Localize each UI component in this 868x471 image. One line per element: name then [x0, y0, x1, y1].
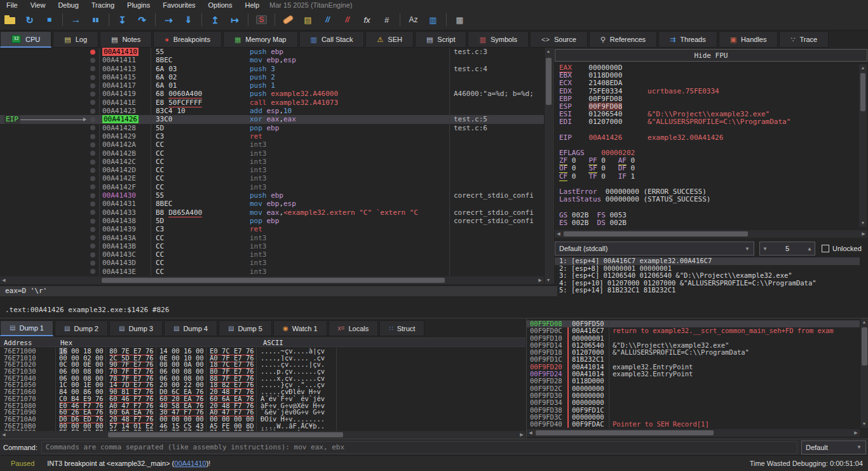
scrollbar-thumb[interactable] [862, 327, 867, 365]
tab-threads[interactable]: ⇉Threads [658, 31, 717, 48]
profile-dropdown[interactable]: Default ▼ [801, 440, 866, 454]
breakpoint-dot-icon[interactable] [90, 58, 95, 63]
disasm-row[interactable]: 00A41439C3ret [0, 225, 544, 233]
registers-vertical-scrollbar[interactable]: ▲ ▼ [859, 64, 867, 227]
breakpoint-dot-icon[interactable] [90, 66, 95, 71]
disasm-row[interactable]: 00A4143ACCint3 [0, 234, 544, 242]
disassembly-view[interactable]: 00A4141055push ebptest.c:300A414118BECmo… [0, 48, 544, 276]
disasm-row[interactable]: 00A4142FCCint3 [0, 183, 544, 191]
breakpoint-dot-icon[interactable] [90, 92, 95, 97]
breakpoint-dot-icon[interactable] [90, 168, 95, 173]
register-list[interactable]: EAX 0000000DEBX 0118D000ECX 21408EDAEDX … [559, 64, 851, 227]
breakpoint-dot-icon[interactable] [90, 201, 95, 207]
scrollbar-thumb[interactable] [564, 231, 748, 236]
registers-horizontal-scrollbar[interactable]: ◀ ▶ [555, 230, 867, 238]
hide-fpu-button[interactable]: Hide FPU [555, 49, 867, 62]
breakpoint-dot-icon[interactable] [90, 83, 95, 88]
dump-row[interactable]: 76E71070C0 B4 E9 7660 46 F7 7660 20 EA 7… [0, 395, 526, 402]
disasm-row[interactable]: 00A4143055push ebpcorecrt_stdio_confi [0, 191, 544, 200]
disasm-row[interactable]: 00A414318BECmov ebp,esp [0, 200, 544, 208]
disasm-row[interactable]: 00A41419680060A400push example32.A46000A… [0, 90, 544, 98]
mnemonic-help-icon[interactable]: # [377, 11, 397, 28]
stack-row[interactable]: 00F9FD0C00A416C7return to example32.__sc… [527, 327, 860, 334]
tab-dump-3[interactable]: ▤Dump 3 [109, 320, 163, 336]
comments-icon[interactable]: ▤ [298, 11, 318, 28]
disasm-row[interactable]: 00A4143CCCint3 [0, 250, 544, 259]
scroll-right-arrow-icon[interactable]: ▶ [852, 429, 860, 437]
breakpoint-dot-icon[interactable] [90, 193, 95, 198]
breakpoint-dot-icon[interactable] [90, 109, 95, 114]
menu-favourites[interactable]: Favourites [156, 1, 201, 9]
stack-argument-row[interactable]: 2: [esp+8] 00000001 00000001 [555, 265, 860, 273]
tab-handles[interactable]: ▣Handles [719, 31, 778, 48]
scrollbar-thumb[interactable] [102, 278, 445, 283]
menu-options[interactable]: Options [202, 1, 239, 9]
disasm-row[interactable]: 00A4143BCCint3 [0, 242, 544, 250]
disasm-row[interactable]: 00A4142DCCint3 [0, 166, 544, 174]
scrollbar-thumb[interactable] [860, 73, 865, 111]
breakpoint-dot-icon[interactable] [90, 176, 95, 181]
scrollbar-thumb[interactable] [108, 432, 343, 437]
stack-argument-row[interactable]: 1: [esp+4] 00A416C7 example32.00A416C7 [555, 257, 860, 265]
stack-argument-row[interactable]: 4: [esp+10] 01207000 01207000 &"ALLUSERS… [555, 280, 860, 287]
disasm-row[interactable]: 00A414156A02push 2 [0, 73, 544, 81]
breakpoint-dot-icon[interactable] [90, 125, 95, 130]
tab-symbols[interactable]: ▥Symbols [468, 31, 529, 48]
step-into-icon[interactable]: ↧ [112, 11, 132, 28]
disasm-row[interactable]: 00A4142CCCint3 [0, 158, 544, 166]
tab-dump-1[interactable]: ▤Dump 1 [0, 320, 53, 336]
breakpoint-dot-icon[interactable] [90, 160, 95, 165]
tab-watch-1[interactable]: ◉Watch 1 [273, 320, 327, 336]
disasm-row[interactable]: 00A4141EE850FCFFFFcall example32.A41073 [0, 99, 544, 107]
pause-icon[interactable]: ▮▮ [86, 11, 105, 28]
disasm-row[interactable]: 00A4141055push ebptest.c:3 [0, 48, 544, 56]
tab-call-stack[interactable]: ▥Call Stack [299, 31, 365, 48]
disasm-row[interactable]: 00A414176A01push 1 [0, 81, 544, 90]
scroll-up-arrow-icon[interactable]: ▲ [859, 64, 867, 72]
breakpoint-dot-icon[interactable] [90, 252, 95, 257]
disasm-row[interactable]: EIP00A4142633C0xor eax,eaxtest.c:5 [0, 115, 544, 123]
tab-seh[interactable]: ⚠SEH [365, 31, 414, 48]
trace-into-icon[interactable]: ⇢ [159, 11, 179, 28]
run-to-user-code-icon[interactable]: ↦ [225, 11, 245, 28]
calling-convention-dropdown[interactable]: Default (stdcall) ▼ [555, 242, 754, 256]
stack-view[interactable]: 00F9FD0800F9FD5000F9FD0C00A416C7return t… [526, 318, 868, 439]
argument-count-stepper[interactable]: ▼ 5 ▲ [759, 242, 815, 256]
scroll-up-arrow-icon[interactable]: ▲ [860, 318, 868, 326]
stack-row[interactable]: 00F9FD3400000000 [527, 399, 860, 406]
disassembly-vertical-scrollbar[interactable]: ▲ ▼ [544, 48, 552, 284]
disasm-row[interactable]: 00A4143DCCint3 [0, 259, 544, 267]
tab-locals[interactable]: x=Locals [329, 320, 379, 336]
disasm-row[interactable]: 00A414118BECmov ebp,esp [0, 56, 544, 64]
run-icon[interactable]: → [66, 11, 86, 28]
breakpoint-dot-icon[interactable] [90, 151, 95, 156]
tab-log[interactable]: ▤Log [53, 31, 98, 48]
disasm-row[interactable]: 00A414285Dpop ebptest.c:6 [0, 124, 544, 132]
scroll-right-arrow-icon[interactable]: ▶ [518, 431, 526, 439]
disasm-row[interactable]: 00A414136A03push 3test.c:4 [0, 65, 544, 73]
disasm-row[interactable]: 00A4142ACCint3 [0, 140, 544, 149]
stack-row[interactable]: 00F9FD280118D000 [527, 378, 860, 385]
dump-horizontal-scrollbar[interactable]: ◀ ▶ [0, 431, 526, 439]
breakpoint-dot-icon[interactable] [90, 210, 95, 215]
tab-trace[interactable]: ∵Trace [779, 31, 829, 48]
labels-icon[interactable]: // [318, 11, 337, 28]
breakpoint-dot-icon[interactable] [90, 100, 95, 105]
breakpoint-dot-icon[interactable] [90, 243, 95, 249]
menu-view[interactable]: View [24, 1, 52, 9]
breakpoint-dot-icon[interactable] [90, 227, 95, 232]
unlocked-checkbox[interactable]: Unlocked [822, 245, 862, 252]
disasm-row[interactable]: 00A414385Dpop ebpcorecrt_stdio_confi [0, 217, 544, 225]
scroll-down-arrow-icon[interactable]: ▼ [859, 219, 867, 227]
dump-view[interactable]: 76E7100016 00 18 0080 7E E7 7614 00 16 0… [0, 348, 526, 438]
scrollbar-thumb[interactable] [536, 430, 714, 435]
stack-argument-row[interactable]: 5: [esp+14] 81B232C1 81B232C1 [555, 287, 860, 294]
scroll-right-arrow-icon[interactable]: ▶ [536, 276, 544, 284]
tab-script[interactable]: ▤Script [415, 31, 467, 48]
menu-debug[interactable]: Debug [51, 1, 85, 9]
menu-tracing[interactable]: Tracing [85, 1, 121, 9]
tab-source[interactable]: <>Source [530, 31, 588, 48]
calculator-icon[interactable]: ▦ [450, 11, 470, 28]
step-over-icon[interactable]: ↷ [132, 11, 152, 28]
seh-chain-icon[interactable]: S [252, 11, 271, 28]
